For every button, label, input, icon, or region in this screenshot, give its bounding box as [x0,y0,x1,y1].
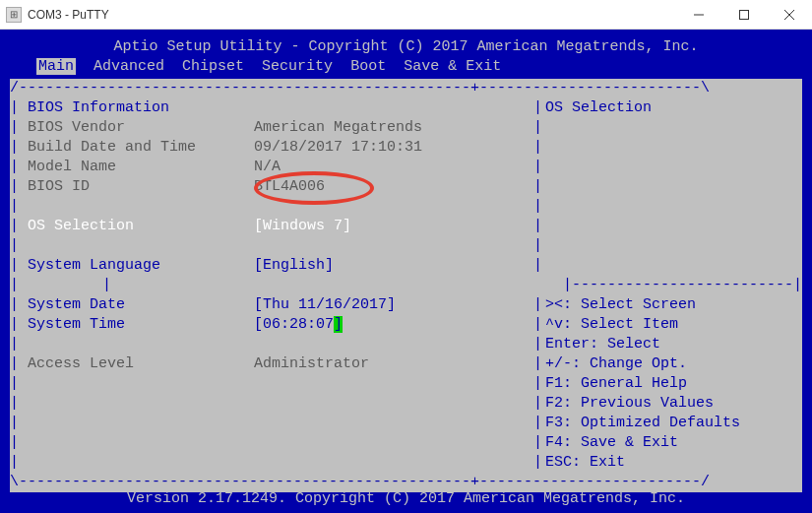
svg-rect-1 [740,10,749,19]
border-top: /---------------------------------------… [10,79,802,98]
access-level-value: Administrator [254,355,369,372]
terminal-area[interactable]: Aptio Setup Utility - Copyright (C) 2017… [0,30,812,513]
sys-date-label[interactable]: System Date [28,295,254,315]
bios-vendor-value: American Megatrends [254,119,422,136]
bios-content: /---------------------------------------… [10,79,802,492]
build-date-label: Build Date and Time [28,138,254,158]
sys-date-value[interactable]: [Thu 11/16/2017] [254,296,396,313]
os-selection-label[interactable]: OS Selection [28,217,254,236]
help-k1: ><: Select Screen [545,295,802,315]
bios-footer: Version 2.17.1249. Copyright (C) 2017 Am… [0,489,812,509]
maximize-button[interactable] [721,0,767,30]
model-name-value: N/A [254,159,281,175]
help-k3: Enter: Select [545,335,802,354]
tab-advanced[interactable]: Advanced [94,58,164,75]
model-name-label: Model Name [28,158,254,177]
help-k6: F2: Previous Values [545,394,802,414]
help-k7: F3: Optimized Defaults [545,414,802,433]
help-k8: F4: Save & Exit [545,433,802,453]
app-icon: ⊞ [6,7,22,23]
help-k4: +/-: Change Opt. [545,354,802,374]
os-selection-value[interactable]: [Windows 7] [254,218,351,234]
bios-info-header: BIOS Information [28,99,169,116]
bios-id-value: BTL4A006 [254,178,325,195]
sys-lang-value[interactable]: [English] [254,257,334,274]
sys-time-label[interactable]: System Time [28,315,254,335]
access-level-label: Access Level [28,354,254,374]
cursor-icon: ] [334,316,343,333]
tab-save-exit[interactable]: Save & Exit [404,58,501,75]
tab-boot[interactable]: Boot [350,58,386,75]
help-title: OS Selection [545,98,802,118]
close-button[interactable] [767,0,812,30]
tab-chipset[interactable]: Chipset [182,58,244,75]
bios-id-label: BIOS ID [28,177,254,197]
window-titlebar: ⊞ COM3 - PuTTY [0,0,812,30]
sys-time-value[interactable]: [06:28:07] [254,316,343,333]
tab-main[interactable]: Main [36,58,76,75]
sys-lang-label[interactable]: System Language [28,256,254,276]
bios-tabs[interactable]: Main Advanced Chipset Security Boot Save… [10,57,802,77]
window-title: COM3 - PuTTY [28,8,676,22]
help-divider: | |-------------------------| [102,276,802,295]
help-k2: ^v: Select Item [545,315,802,335]
build-date-value: 09/18/2017 17:10:31 [254,139,422,156]
minimize-button[interactable] [676,0,721,30]
bios-vendor-label: BIOS Vendor [28,118,254,138]
help-k5: F1: General Help [545,374,802,394]
help-k9: ESC: Exit [545,453,802,473]
tab-security[interactable]: Security [262,58,333,75]
bios-header: Aptio Setup Utility - Copyright (C) 2017… [10,37,802,57]
